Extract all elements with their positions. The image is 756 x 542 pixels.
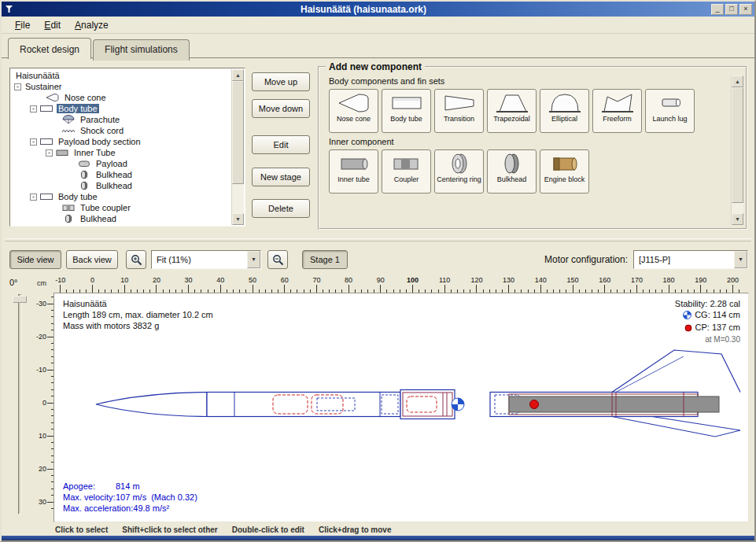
tree-item-nose-cone[interactable]: Nose cone xyxy=(11,92,231,103)
svg-text:0: 0 xyxy=(90,276,94,284)
rocket-info: Haisunäätä Length 189 cm, max. diameter … xyxy=(63,298,213,331)
palette-button-label: Inner tube xyxy=(337,175,370,183)
fin-upper-shape xyxy=(612,350,740,393)
add-launch-lug-button[interactable]: Launch lug xyxy=(645,89,695,133)
cg-value: CG: 114 cm xyxy=(695,310,740,319)
svg-text:70: 70 xyxy=(312,276,320,284)
svg-text:30: 30 xyxy=(185,276,193,284)
collapse-icon[interactable]: - xyxy=(30,138,37,146)
stat-apogee: Apogee:814 m xyxy=(63,481,197,492)
menu-edit[interactable]: Edit xyxy=(37,17,68,33)
zoom-out-button[interactable] xyxy=(267,250,288,269)
split-divider[interactable] xyxy=(5,238,751,242)
tree-item-tube-coupler[interactable]: Tube coupler xyxy=(11,202,231,213)
svg-text:110: 110 xyxy=(439,276,450,284)
stat-max-velocity: Max. velocity:107 m/s(Mach 0.32) xyxy=(63,492,197,503)
launchlug-icon xyxy=(653,91,688,115)
palette-body: Body components and fin setsNose coneBod… xyxy=(323,76,743,194)
collapse-icon[interactable]: - xyxy=(30,194,37,201)
tree-item-bulkhead[interactable]: Bulkhead xyxy=(11,180,231,191)
add-elliptical-button[interactable]: Elliptical xyxy=(540,89,589,133)
svg-text:150: 150 xyxy=(566,276,578,284)
add-trapezoidal-button[interactable]: Trapezoidal xyxy=(487,89,537,133)
chevron-down-icon[interactable]: ▼ xyxy=(734,251,747,268)
svg-text:100: 100 xyxy=(407,276,419,284)
rotation-slider[interactable] xyxy=(18,294,21,514)
collapse-icon[interactable]: - xyxy=(14,83,21,90)
nosecone-icon xyxy=(46,93,60,102)
new-stage-button[interactable]: New stage xyxy=(252,168,310,186)
scrollbar-thumb[interactable] xyxy=(232,81,244,184)
add-bulkhead-button[interactable]: Bulkhead xyxy=(487,149,537,194)
scrollbar-track[interactable] xyxy=(732,87,743,213)
rocket-mass: Mass with motors 3832 g xyxy=(63,320,213,331)
tab-rocket-design[interactable]: Rocket design xyxy=(8,38,91,59)
edit-button[interactable]: Edit xyxy=(252,135,310,154)
tree-item-inner-tube[interactable]: -Inner Tube xyxy=(11,147,231,158)
collapse-icon[interactable]: - xyxy=(30,105,37,112)
group-label-body-components-and-fin-sets: Body components and fin sets xyxy=(329,76,743,86)
zoom-in-button[interactable] xyxy=(126,250,146,269)
svg-text:90: 90 xyxy=(377,276,385,284)
scrollbar-track[interactable] xyxy=(232,81,244,213)
add-transition-button[interactable]: Transition xyxy=(434,89,484,133)
menu-file[interactable]: File xyxy=(8,17,37,33)
tree-item-bulkhead[interactable]: Bulkhead xyxy=(11,169,231,180)
add-freeform-button[interactable]: Freeform xyxy=(592,89,642,133)
tree-item-bulkhead[interactable]: Bulkhead xyxy=(11,213,231,224)
chevron-down-icon[interactable]: ▼ xyxy=(247,251,260,268)
title-bar[interactable]: Haisunäätä (haisunaata.ork) _ □ × xyxy=(2,2,754,17)
stage-1-toggle[interactable]: Stage 1 xyxy=(302,250,348,269)
add-inner-tube-button[interactable]: Inner tube xyxy=(329,149,378,194)
scroll-down-icon[interactable]: ▼ xyxy=(232,213,244,225)
delete-button[interactable]: Delete xyxy=(252,199,310,218)
tree-item-parachute[interactable]: Parachute xyxy=(11,114,231,125)
tree-item-label: Parachute xyxy=(79,115,121,124)
add-nose-cone-button[interactable]: Nose cone xyxy=(329,89,378,133)
tree-scrollbar[interactable]: ▲ ▼ xyxy=(231,69,244,225)
tree-item-haisun-t[interactable]: Haisunäätä xyxy=(11,70,231,81)
close-icon[interactable]: × xyxy=(739,4,752,15)
palette-scrollbar[interactable]: ▲ ▼ xyxy=(731,76,743,225)
svg-text:-10: -10 xyxy=(36,366,46,374)
tree-item-body-tube[interactable]: -Body tube xyxy=(11,103,231,114)
palette-button-label: Coupler xyxy=(394,175,419,183)
tree-item-payload-body-section[interactable]: -Payload body section xyxy=(11,136,231,147)
bulkhead-icon xyxy=(495,152,529,175)
tree-item-body-tube[interactable]: -Body tube xyxy=(11,191,231,202)
motor-configuration-select[interactable]: [J115-P] ▼ xyxy=(633,250,748,269)
svg-text:20: 20 xyxy=(153,276,160,284)
move-down-button[interactable]: Move down xyxy=(252,99,310,118)
back-view-button[interactable]: Back view xyxy=(66,250,118,269)
app-rocket-icon xyxy=(4,4,16,15)
palette-button-label: Engine block xyxy=(544,175,585,183)
minimize-icon[interactable]: _ xyxy=(711,4,724,15)
svg-text:-30: -30 xyxy=(36,300,46,308)
rocket-canvas[interactable]: Haisunäätä Length 189 cm, max. diameter … xyxy=(53,293,749,522)
add-coupler-button[interactable]: Coupler xyxy=(382,149,431,194)
add-centering-ring-button[interactable]: Centering ring xyxy=(434,149,484,194)
cg-icon xyxy=(683,311,691,322)
add-engine-block-button[interactable]: Engine block xyxy=(540,149,589,194)
stat-max-acceleration: Max. acceleration:49.8 m/s² xyxy=(63,503,197,514)
move-up-button[interactable]: Move up xyxy=(252,72,310,91)
tree-item-shock-cord[interactable]: Shock cord xyxy=(11,125,231,136)
scrollbar-thumb[interactable] xyxy=(732,87,743,203)
tree-item-payload[interactable]: Payload xyxy=(11,158,231,169)
scroll-up-icon[interactable]: ▲ xyxy=(732,76,743,87)
coupler-icon xyxy=(61,203,76,212)
scroll-up-icon[interactable]: ▲ xyxy=(232,69,244,81)
menu-analyze[interactable]: Analyze xyxy=(68,17,116,33)
hint-shift-click-to-select-other: Shift+click to select other xyxy=(122,525,217,534)
zoom-select[interactable]: Fit (11%) ▼ xyxy=(151,250,261,269)
add-body-tube-button[interactable]: Body tube xyxy=(382,89,431,133)
maximize-icon[interactable]: □ xyxy=(725,4,738,15)
add-component-panel: Add new component Body components and fi… xyxy=(318,61,747,230)
scroll-down-icon[interactable]: ▼ xyxy=(732,213,743,225)
collapse-icon[interactable]: - xyxy=(46,149,53,157)
magnifier-minus-icon xyxy=(272,254,284,266)
tree-item-sustainer[interactable]: -Sustainer xyxy=(11,81,231,92)
rotation-slider-handle[interactable] xyxy=(13,296,27,303)
side-view-button[interactable]: Side view xyxy=(9,250,61,269)
tab-flight-simulations[interactable]: Flight simulations xyxy=(93,39,190,61)
